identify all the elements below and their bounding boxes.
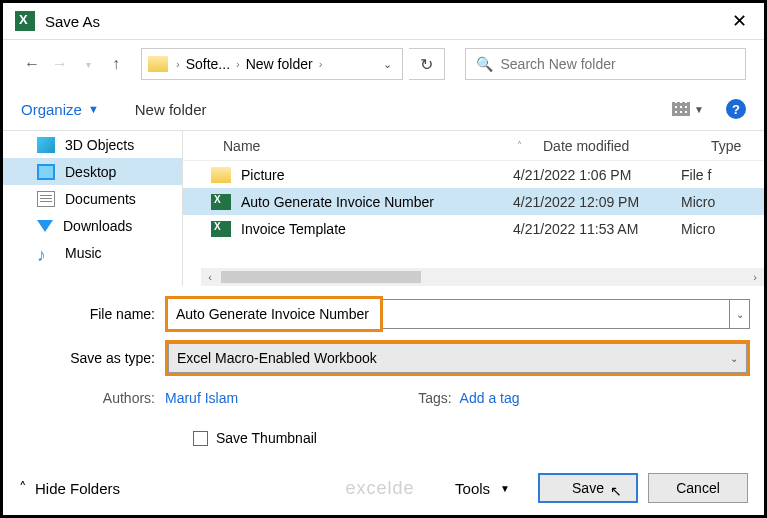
scroll-right-icon[interactable]: › (746, 271, 764, 283)
filename-input-ext[interactable] (383, 299, 730, 329)
sidebar-item-label: 3D Objects (65, 137, 134, 153)
file-type: Micro (681, 194, 715, 210)
breadcrumb[interactable]: › Softe... › New folder › ⌄ (141, 48, 403, 80)
sidebar-item-music[interactable]: ♪Music (3, 239, 182, 266)
filename-dropdown[interactable]: ⌄ (730, 299, 750, 329)
sidebar-item-label: Music (65, 245, 102, 261)
file-date: 4/21/2022 12:09 PM (513, 194, 681, 210)
file-name: Picture (241, 167, 513, 183)
chevron-right-icon: › (174, 58, 182, 70)
cursor-icon: ↖ (610, 483, 622, 499)
folder-icon (211, 167, 231, 183)
search-box[interactable]: 🔍 (465, 48, 747, 80)
chevron-down-icon: ▼ (694, 104, 704, 115)
organize-button[interactable]: Organize ▼ (21, 101, 99, 118)
search-input[interactable] (501, 56, 736, 72)
cancel-label: Cancel (676, 480, 720, 496)
recent-dropdown[interactable]: ▾ (77, 53, 99, 75)
help-button[interactable]: ? (726, 99, 746, 119)
col-name[interactable]: Name (183, 138, 503, 154)
type-row: Save as type: Excel Macro-Enabled Workbo… (17, 340, 750, 376)
type-select[interactable]: Excel Macro-Enabled Workbook ⌄ (168, 343, 747, 373)
organize-label: Organize (21, 101, 82, 118)
scroll-left-icon[interactable]: ‹ (201, 271, 219, 283)
save-button[interactable]: Save ↖ (538, 473, 638, 503)
close-button[interactable]: ✕ (716, 10, 762, 32)
cancel-button[interactable]: Cancel (648, 473, 748, 503)
watermark: excelde (346, 478, 415, 499)
file-name: Invoice Template (241, 221, 513, 237)
save-thumbnail-label: Save Thumbnail (216, 430, 317, 446)
col-type[interactable]: Type (711, 138, 761, 154)
document-icon (37, 191, 55, 207)
file-type: File f (681, 167, 711, 183)
sidebar: 3D Objects Desktop Documents Downloads ♪… (3, 131, 183, 286)
filename-row: File name: ⌄ (17, 296, 750, 332)
cube-icon (37, 137, 55, 153)
file-type: Micro (681, 221, 715, 237)
excel-file-icon (211, 221, 231, 237)
up-button[interactable]: ↑ (105, 53, 127, 75)
nav-bar: ← → ▾ ↑ › Softe... › New folder › ⌄ ↻ 🔍 (3, 40, 764, 88)
main-pane: 3D Objects Desktop Documents Downloads ♪… (3, 130, 764, 286)
file-row[interactable]: Picture 4/21/2022 1:06 PM File f (183, 161, 764, 188)
file-list: Name ˄ Date modified Type Picture 4/21/2… (183, 131, 764, 286)
grid-icon (672, 102, 690, 116)
footer: ˄ Hide Folders excelde Tools ▼ Save ↖ Ca… (3, 473, 764, 503)
toolbar: Organize ▼ New folder ▼ ? (3, 88, 764, 130)
newfolder-button[interactable]: New folder (135, 101, 207, 118)
horizontal-scrollbar[interactable]: ‹ › (201, 268, 764, 286)
forward-button[interactable]: → (49, 53, 71, 75)
desktop-icon (37, 164, 55, 180)
save-form: File name: ⌄ Save as type: Excel Macro-E… (3, 286, 764, 376)
chevron-down-icon: ▼ (88, 103, 99, 115)
filename-label: File name: (17, 306, 165, 322)
breadcrumb-item[interactable]: New folder (242, 56, 317, 72)
type-value: Excel Macro-Enabled Workbook (177, 350, 377, 366)
thumbnail-row: Save Thumbnail (3, 412, 764, 446)
sidebar-item-documents[interactable]: Documents (3, 185, 182, 212)
sort-indicator-icon: ˄ (503, 140, 543, 151)
excel-file-icon (211, 194, 231, 210)
save-label: Save (572, 480, 604, 496)
chevron-right-icon: › (317, 58, 325, 70)
breadcrumb-dropdown[interactable]: ⌄ (373, 58, 402, 71)
file-date: 4/21/2022 1:06 PM (513, 167, 681, 183)
sidebar-item-downloads[interactable]: Downloads (3, 212, 182, 239)
file-date: 4/21/2022 11:53 AM (513, 221, 681, 237)
sidebar-item-3d-objects[interactable]: 3D Objects (3, 131, 182, 158)
scroll-thumb[interactable] (221, 271, 421, 283)
sidebar-item-label: Desktop (65, 164, 116, 180)
hide-folders-label: Hide Folders (35, 480, 120, 497)
tools-button[interactable]: Tools ▼ (455, 480, 510, 497)
chevron-down-icon: ⌄ (730, 353, 738, 364)
col-date[interactable]: Date modified (543, 138, 711, 154)
refresh-button[interactable]: ↻ (409, 48, 445, 80)
filename-input[interactable] (168, 299, 380, 329)
titlebar: Save As ✕ (3, 3, 764, 39)
file-row[interactable]: Auto Generate Invoice Number 4/21/2022 1… (183, 188, 764, 215)
file-row[interactable]: Invoice Template 4/21/2022 11:53 AM Micr… (183, 215, 764, 242)
authors-label: Authors: (17, 390, 165, 406)
breadcrumb-item[interactable]: Softe... (182, 56, 234, 72)
type-label: Save as type: (17, 350, 165, 366)
tags-value[interactable]: Add a tag (460, 390, 520, 406)
chevron-up-icon: ˄ (19, 479, 27, 497)
sidebar-item-label: Documents (65, 191, 136, 207)
meta-row: Authors: Maruf Islam Tags: Add a tag (3, 384, 764, 412)
tags-label: Tags: (418, 390, 451, 406)
file-name: Auto Generate Invoice Number (241, 194, 513, 210)
back-button[interactable]: ← (21, 53, 43, 75)
authors-value[interactable]: Maruf Islam (165, 390, 238, 406)
sidebar-item-desktop[interactable]: Desktop (3, 158, 182, 185)
filelist-header: Name ˄ Date modified Type (183, 131, 764, 161)
search-icon: 🔍 (476, 56, 493, 72)
music-icon: ♪ (37, 245, 55, 261)
folder-icon (148, 56, 168, 72)
view-button[interactable]: ▼ (672, 102, 704, 116)
save-thumbnail-checkbox[interactable] (193, 431, 208, 446)
tools-label: Tools (455, 480, 490, 497)
chevron-down-icon: ▼ (500, 483, 510, 494)
excel-icon (15, 11, 35, 31)
hide-folders-button[interactable]: ˄ Hide Folders (19, 479, 120, 497)
